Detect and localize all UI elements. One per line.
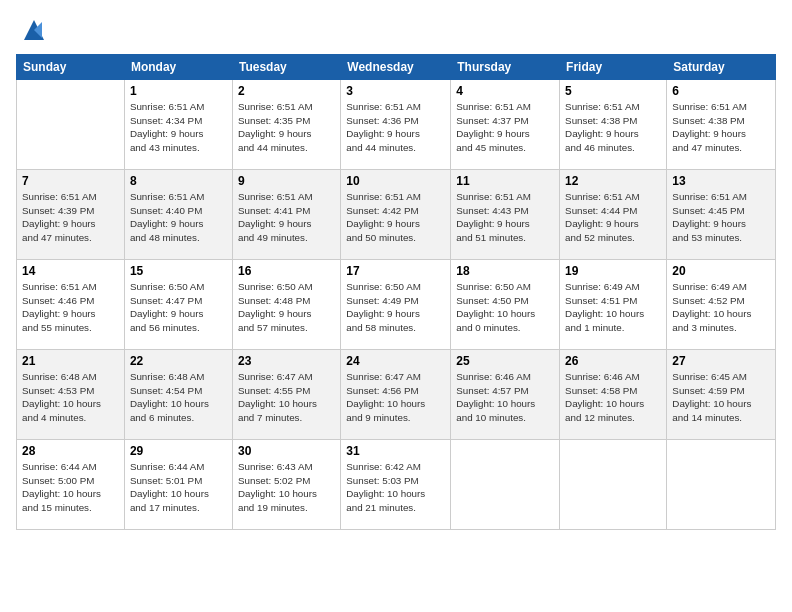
day-info: Sunrise: 6:51 AMSunset: 4:42 PMDaylight:… [346,190,445,245]
weekday-monday: Monday [124,55,232,80]
day-info: Sunrise: 6:51 AMSunset: 4:36 PMDaylight:… [346,100,445,155]
day-info: Sunrise: 6:43 AMSunset: 5:02 PMDaylight:… [238,460,335,515]
day-number: 5 [565,84,661,98]
day-info: Sunrise: 6:51 AMSunset: 4:38 PMDaylight:… [565,100,661,155]
day-info: Sunrise: 6:46 AMSunset: 4:58 PMDaylight:… [565,370,661,425]
page: SundayMondayTuesdayWednesdayThursdayFrid… [0,0,792,612]
day-info: Sunrise: 6:51 AMSunset: 4:45 PMDaylight:… [672,190,770,245]
weekday-header-row: SundayMondayTuesdayWednesdayThursdayFrid… [17,55,776,80]
day-number: 6 [672,84,770,98]
day-number: 2 [238,84,335,98]
day-number: 21 [22,354,119,368]
day-number: 16 [238,264,335,278]
day-number: 30 [238,444,335,458]
day-number: 26 [565,354,661,368]
day-info: Sunrise: 6:50 AMSunset: 4:50 PMDaylight:… [456,280,554,335]
day-info: Sunrise: 6:51 AMSunset: 4:43 PMDaylight:… [456,190,554,245]
week-row-5: 28Sunrise: 6:44 AMSunset: 5:00 PMDayligh… [17,440,776,530]
day-info: Sunrise: 6:51 AMSunset: 4:41 PMDaylight:… [238,190,335,245]
day-info: Sunrise: 6:51 AMSunset: 4:34 PMDaylight:… [130,100,227,155]
day-number: 23 [238,354,335,368]
day-info: Sunrise: 6:51 AMSunset: 4:44 PMDaylight:… [565,190,661,245]
day-info: Sunrise: 6:51 AMSunset: 4:39 PMDaylight:… [22,190,119,245]
day-info: Sunrise: 6:51 AMSunset: 4:35 PMDaylight:… [238,100,335,155]
day-info: Sunrise: 6:50 AMSunset: 4:49 PMDaylight:… [346,280,445,335]
day-number: 31 [346,444,445,458]
calendar-cell: 15Sunrise: 6:50 AMSunset: 4:47 PMDayligh… [124,260,232,350]
day-info: Sunrise: 6:51 AMSunset: 4:37 PMDaylight:… [456,100,554,155]
calendar-cell: 28Sunrise: 6:44 AMSunset: 5:00 PMDayligh… [17,440,125,530]
day-number: 1 [130,84,227,98]
calendar-cell: 20Sunrise: 6:49 AMSunset: 4:52 PMDayligh… [667,260,776,350]
calendar-cell: 23Sunrise: 6:47 AMSunset: 4:55 PMDayligh… [232,350,340,440]
calendar-cell: 22Sunrise: 6:48 AMSunset: 4:54 PMDayligh… [124,350,232,440]
calendar-cell [451,440,560,530]
day-info: Sunrise: 6:45 AMSunset: 4:59 PMDaylight:… [672,370,770,425]
week-row-3: 14Sunrise: 6:51 AMSunset: 4:46 PMDayligh… [17,260,776,350]
calendar-cell: 4Sunrise: 6:51 AMSunset: 4:37 PMDaylight… [451,80,560,170]
day-number: 7 [22,174,119,188]
calendar-cell [17,80,125,170]
weekday-sunday: Sunday [17,55,125,80]
day-number: 8 [130,174,227,188]
calendar-cell: 31Sunrise: 6:42 AMSunset: 5:03 PMDayligh… [341,440,451,530]
logo-icon [20,16,48,44]
calendar-cell: 30Sunrise: 6:43 AMSunset: 5:02 PMDayligh… [232,440,340,530]
calendar-cell: 10Sunrise: 6:51 AMSunset: 4:42 PMDayligh… [341,170,451,260]
day-number: 29 [130,444,227,458]
calendar-cell: 9Sunrise: 6:51 AMSunset: 4:41 PMDaylight… [232,170,340,260]
calendar-cell: 25Sunrise: 6:46 AMSunset: 4:57 PMDayligh… [451,350,560,440]
weekday-wednesday: Wednesday [341,55,451,80]
day-number: 10 [346,174,445,188]
week-row-1: 1Sunrise: 6:51 AMSunset: 4:34 PMDaylight… [17,80,776,170]
weekday-tuesday: Tuesday [232,55,340,80]
day-number: 20 [672,264,770,278]
day-number: 3 [346,84,445,98]
day-number: 24 [346,354,445,368]
day-info: Sunrise: 6:49 AMSunset: 4:51 PMDaylight:… [565,280,661,335]
calendar: SundayMondayTuesdayWednesdayThursdayFrid… [16,54,776,530]
day-info: Sunrise: 6:48 AMSunset: 4:54 PMDaylight:… [130,370,227,425]
weekday-thursday: Thursday [451,55,560,80]
day-number: 18 [456,264,554,278]
logo [16,16,48,44]
calendar-cell: 7Sunrise: 6:51 AMSunset: 4:39 PMDaylight… [17,170,125,260]
weekday-friday: Friday [560,55,667,80]
day-info: Sunrise: 6:51 AMSunset: 4:40 PMDaylight:… [130,190,227,245]
day-info: Sunrise: 6:47 AMSunset: 4:55 PMDaylight:… [238,370,335,425]
calendar-cell: 3Sunrise: 6:51 AMSunset: 4:36 PMDaylight… [341,80,451,170]
day-number: 15 [130,264,227,278]
calendar-cell: 26Sunrise: 6:46 AMSunset: 4:58 PMDayligh… [560,350,667,440]
day-number: 9 [238,174,335,188]
day-number: 14 [22,264,119,278]
calendar-cell: 6Sunrise: 6:51 AMSunset: 4:38 PMDaylight… [667,80,776,170]
day-info: Sunrise: 6:51 AMSunset: 4:38 PMDaylight:… [672,100,770,155]
day-number: 22 [130,354,227,368]
calendar-cell: 8Sunrise: 6:51 AMSunset: 4:40 PMDaylight… [124,170,232,260]
day-number: 13 [672,174,770,188]
day-info: Sunrise: 6:46 AMSunset: 4:57 PMDaylight:… [456,370,554,425]
calendar-cell: 1Sunrise: 6:51 AMSunset: 4:34 PMDaylight… [124,80,232,170]
day-number: 17 [346,264,445,278]
day-number: 28 [22,444,119,458]
calendar-cell: 16Sunrise: 6:50 AMSunset: 4:48 PMDayligh… [232,260,340,350]
day-info: Sunrise: 6:44 AMSunset: 5:01 PMDaylight:… [130,460,227,515]
calendar-cell: 11Sunrise: 6:51 AMSunset: 4:43 PMDayligh… [451,170,560,260]
day-info: Sunrise: 6:44 AMSunset: 5:00 PMDaylight:… [22,460,119,515]
calendar-cell [667,440,776,530]
day-info: Sunrise: 6:51 AMSunset: 4:46 PMDaylight:… [22,280,119,335]
calendar-cell: 2Sunrise: 6:51 AMSunset: 4:35 PMDaylight… [232,80,340,170]
day-number: 27 [672,354,770,368]
day-number: 25 [456,354,554,368]
day-info: Sunrise: 6:48 AMSunset: 4:53 PMDaylight:… [22,370,119,425]
calendar-cell: 24Sunrise: 6:47 AMSunset: 4:56 PMDayligh… [341,350,451,440]
calendar-cell: 19Sunrise: 6:49 AMSunset: 4:51 PMDayligh… [560,260,667,350]
week-row-4: 21Sunrise: 6:48 AMSunset: 4:53 PMDayligh… [17,350,776,440]
calendar-cell: 27Sunrise: 6:45 AMSunset: 4:59 PMDayligh… [667,350,776,440]
day-info: Sunrise: 6:49 AMSunset: 4:52 PMDaylight:… [672,280,770,335]
weekday-saturday: Saturday [667,55,776,80]
day-number: 4 [456,84,554,98]
calendar-cell: 14Sunrise: 6:51 AMSunset: 4:46 PMDayligh… [17,260,125,350]
day-info: Sunrise: 6:50 AMSunset: 4:48 PMDaylight:… [238,280,335,335]
calendar-cell: 5Sunrise: 6:51 AMSunset: 4:38 PMDaylight… [560,80,667,170]
